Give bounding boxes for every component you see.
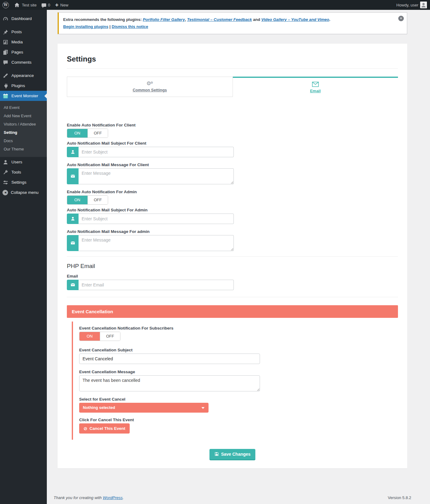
toggle-on-option[interactable]: ON <box>79 332 100 341</box>
cancellation-message-textarea[interactable]: The event has been cancelled <box>79 375 260 391</box>
tab-label: Common Settings <box>133 88 167 92</box>
brush-icon <box>2 73 9 79</box>
toggle-on-option[interactable]: ON <box>67 196 87 204</box>
selected-value: Nothing selected <box>83 405 115 410</box>
sidebar-item-appearance[interactable]: Appearance <box>0 70 47 81</box>
submenu-item-setting[interactable]: Setting <box>0 128 47 137</box>
toggle-off-option[interactable]: OFF <box>87 196 108 204</box>
toggle-off-option[interactable]: OFF <box>87 129 108 138</box>
notice-prefix: Extra recommends the following plugins: <box>63 17 143 22</box>
sidebar-item-label: Users <box>11 160 22 164</box>
admin-subject-input[interactable] <box>79 214 234 224</box>
admin-toggle-label: Enable Auto Notification For Admin <box>67 190 398 194</box>
admin-message-textarea[interactable] <box>79 235 234 251</box>
save-changes-button[interactable]: Save Changes <box>209 449 256 460</box>
submenu-item-all-event[interactable]: All Event <box>0 103 47 112</box>
notice-line-2: Begin installing plugins | Dismiss this … <box>63 23 393 30</box>
submenu-item-visitors-attendee[interactable]: Visitors / Attendee <box>0 120 47 128</box>
pushpin-icon <box>2 29 9 35</box>
event-cancel-select[interactable]: Nothing selected <box>79 403 209 413</box>
submenu-item-docs[interactable]: Docs <box>0 137 47 145</box>
php-email-group <box>67 280 234 290</box>
plugin-link-video-gallery[interactable]: Video Gallery – YouTube and Vimeo <box>261 17 329 22</box>
sidebar-item-label: Dashboard <box>11 16 32 21</box>
dashboard-icon <box>2 16 9 22</box>
client-notification-toggle[interactable]: ON OFF <box>67 129 108 138</box>
plugin-link-portfolio[interactable]: Portfolio Filter Gallery <box>143 17 185 22</box>
sidebar-item-posts[interactable]: Posts <box>0 27 47 37</box>
sidebar-item-label: Posts <box>11 30 22 34</box>
sidebar-item-comments[interactable]: Comments <box>0 57 47 67</box>
toggle-on-option[interactable]: ON <box>67 129 87 138</box>
begin-installing-plugins-link[interactable]: Begin installing plugins <box>63 24 108 29</box>
notice-separator: and <box>252 17 261 22</box>
sidebar-item-label: Collapse menu <box>11 190 39 195</box>
client-message-group <box>67 168 234 184</box>
plugin-link-testimonial[interactable]: Testimonial – Customer Feedback <box>187 17 252 22</box>
comments-icon <box>2 59 9 66</box>
envelope-icon <box>312 82 319 87</box>
dismiss-notice-link[interactable]: Dismiss this notice <box>112 24 148 29</box>
php-email-heading: PHP Email <box>67 263 398 270</box>
toggle-off-option[interactable]: OFF <box>100 332 120 341</box>
plugin-recommendation-notice: Extra recommends the following plugins: … <box>58 12 407 34</box>
plus-icon: ✚ <box>55 3 59 7</box>
cancellation-notification-toggle[interactable]: ON OFF <box>79 332 120 341</box>
site-name-menu[interactable]: Test site <box>14 2 37 8</box>
version-text: Version 5.8.2 <box>388 495 411 500</box>
admin-subject-group <box>67 214 234 224</box>
client-subject-label: Auto Notification Mail Subject For Clien… <box>67 141 398 146</box>
sidebar-item-pages[interactable]: Pages <box>0 47 47 57</box>
php-email-input[interactable] <box>79 280 234 290</box>
notice-suffix: . <box>329 17 331 22</box>
admin-notification-toggle[interactable]: ON OFF <box>67 195 108 205</box>
gears-icon: ⚙⚙ <box>146 81 153 86</box>
sidebar-item-settings[interactable]: Settings <box>0 177 47 187</box>
cancel-this-event-button[interactable]: ⊘ Cancel This Event <box>79 423 130 434</box>
tab-email[interactable]: Email <box>233 77 398 97</box>
comment-bubble-icon <box>42 3 46 7</box>
sidebar-item-dashboard[interactable]: Dashboard <box>0 14 47 24</box>
sidebar-item-media[interactable]: Media <box>0 37 47 47</box>
thanks-text: Thank you for creating with <box>54 495 103 500</box>
cancellation-message-label: Event Cancellation Message <box>79 370 398 374</box>
envelope-icon <box>67 168 79 184</box>
envelope-icon <box>67 235 79 251</box>
submenu-item-add-new-event[interactable]: Add New Event <box>0 112 47 120</box>
wordpress-link[interactable]: WordPress <box>103 495 123 500</box>
submenu-item-our-theme[interactable]: Our Theme <box>0 145 47 153</box>
comment-count: 0 <box>48 3 50 7</box>
client-subject-input[interactable] <box>79 147 234 157</box>
wordpress-logo-menu[interactable]: W <box>2 2 9 8</box>
cancellation-toggle-label: Event Cancellation Notification For Subs… <box>79 326 398 330</box>
cancellation-subject-input[interactable] <box>79 354 260 364</box>
php-email-label: Email <box>67 274 398 278</box>
email-settings-form: Enable Auto Notification For Client ON O… <box>67 123 398 460</box>
sidebar-item-plugins[interactable]: Plugins <box>0 81 47 91</box>
collapse-arrow-icon: ◀ <box>2 190 8 195</box>
settings-panel: Settings ⚙⚙ Common Settings Email Enable… <box>58 44 407 468</box>
sliders-icon <box>2 179 9 186</box>
save-button-label: Save Changes <box>221 452 251 457</box>
title-divider <box>67 68 398 69</box>
pages-icon <box>2 49 9 55</box>
section-divider <box>67 297 398 297</box>
caret-down-icon <box>201 407 205 410</box>
sidebar-item-tools[interactable]: Tools <box>0 167 47 177</box>
new-content-menu[interactable]: ✚ New <box>55 3 68 7</box>
select-event-cancel-label: Select for Event Cancel <box>79 397 398 402</box>
user-icon <box>67 214 79 224</box>
my-account-menu[interactable]: Howdy, user <box>396 2 427 8</box>
sidebar-item-label: Appearance <box>11 73 34 78</box>
comments-menu[interactable]: 0 <box>42 3 50 7</box>
avatar <box>420 2 427 8</box>
sidebar-item-users[interactable]: Users <box>0 157 47 167</box>
tab-common-settings[interactable]: ⚙⚙ Common Settings <box>67 77 233 97</box>
calendar-icon <box>2 93 9 99</box>
sidebar-item-collapse-menu[interactable]: ◀ Collapse menu <box>0 187 47 198</box>
close-icon[interactable]: ✕ <box>398 16 404 21</box>
sidebar-item-event-monster[interactable]: Event Monster <box>0 91 47 101</box>
client-message-textarea[interactable] <box>79 168 234 184</box>
footer-thanks: Thank you for creating with WordPress. <box>54 495 124 500</box>
admin-message-group <box>67 235 234 251</box>
